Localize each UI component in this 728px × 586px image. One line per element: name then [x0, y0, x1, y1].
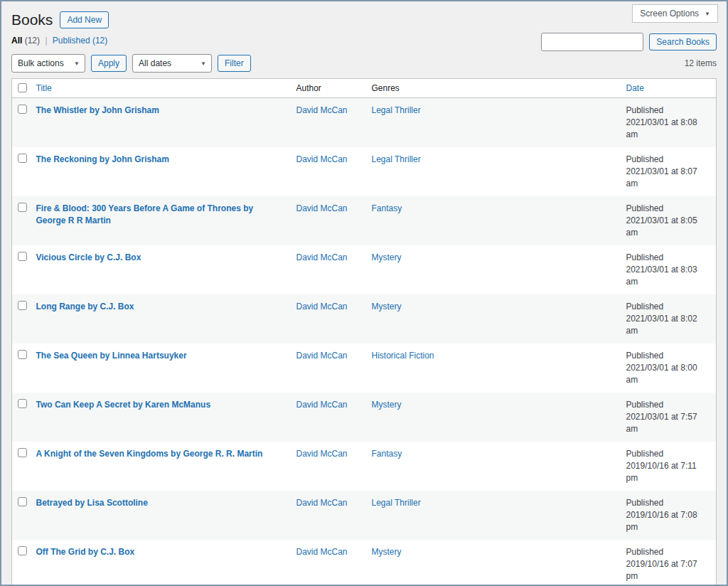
row-checkbox[interactable]	[18, 301, 27, 310]
row-author-link[interactable]: David McCan	[296, 498, 348, 508]
view-all-link[interactable]: All	[11, 36, 22, 46]
row-title-link[interactable]: Fire & Blood: 300 Years Before A Game of…	[36, 203, 254, 225]
dates-select-wrap: All dates ▼	[132, 54, 212, 73]
row-checkbox[interactable]	[18, 448, 27, 457]
row-checkbox-cell	[12, 393, 31, 442]
row-genre-link[interactable]: Legal Thriller	[372, 154, 421, 164]
bulk-actions-select-wrap: Bulk actions ▼	[11, 54, 85, 73]
author-cell: David McCan	[291, 294, 366, 343]
filter-button[interactable]: Filter	[218, 55, 251, 72]
genres-cell: Fantasy	[366, 196, 621, 245]
title-cell: Two Can Keep A Secret by Karen McManus	[31, 393, 291, 442]
row-date: 2019/10/16 at 7:11 pm	[626, 460, 711, 484]
row-genre-link[interactable]: Fantasy	[372, 203, 402, 213]
row-author-link[interactable]: David McCan	[296, 351, 348, 361]
row-status: Published	[626, 154, 711, 166]
table-row: Vicious Circle by C.J. Box David McCan M…	[12, 245, 717, 294]
add-new-button[interactable]: Add New	[60, 11, 109, 28]
apply-button[interactable]: Apply	[91, 55, 127, 72]
title-cell: Vicious Circle by C.J. Box	[31, 245, 291, 294]
row-checkbox[interactable]	[18, 546, 27, 555]
row-actions-spacer	[36, 362, 285, 374]
row-author-link[interactable]: David McCan	[296, 400, 348, 410]
row-author-link[interactable]: David McCan	[296, 547, 348, 557]
date-cell: Published 2019/10/16 at 7:11 pm	[621, 442, 717, 491]
row-checkbox[interactable]	[18, 154, 27, 163]
row-author-link[interactable]: David McCan	[296, 449, 348, 459]
title-cell: A Knight of the Seven Kingdoms by George…	[31, 442, 291, 491]
row-status: Published	[626, 301, 711, 313]
genres-cell: Mystery	[366, 294, 621, 343]
row-author-link[interactable]: David McCan	[296, 105, 348, 115]
date-cell: Published 2021/03/01 at 8:03 am	[621, 245, 717, 294]
row-genre-link[interactable]: Historical Fiction	[372, 351, 434, 361]
author-cell: David McCan	[291, 98, 366, 148]
row-status: Published	[626, 105, 711, 117]
date-cell: Published 2021/03/01 at 8:02 am	[621, 294, 717, 343]
row-title-link[interactable]: Off The Grid by C.J. Box	[36, 547, 135, 557]
table-row: Long Range by C.J. Box David McCan Myste…	[12, 294, 717, 343]
row-status: Published	[626, 399, 711, 411]
date-cell: Published 2021/03/01 at 8:07 am	[621, 147, 717, 196]
row-title-link[interactable]: The Whistler by John Grisham	[36, 105, 159, 115]
sort-title-link[interactable]: Title	[36, 83, 52, 93]
row-checkbox[interactable]	[18, 497, 27, 506]
row-date: 2019/10/16 at 7:08 pm	[626, 509, 711, 533]
search-books-button[interactable]: Search Books	[649, 33, 717, 50]
row-title-link[interactable]: The Sea Queen by Linnea Hartsuyker	[36, 351, 187, 361]
row-genre-link[interactable]: Mystery	[372, 547, 402, 557]
page-title: Books	[11, 11, 53, 28]
row-genre-link[interactable]: Mystery	[372, 400, 402, 410]
table-row: The Sea Queen by Linnea Hartsuyker David…	[12, 343, 717, 393]
row-actions-spacer	[36, 227, 285, 239]
content-wrap: Books Add New All (12) | Published (12) …	[11, 1, 717, 586]
search-input[interactable]	[541, 33, 643, 51]
row-checkbox[interactable]	[18, 350, 27, 359]
row-checkbox-cell	[12, 442, 31, 491]
row-author-link[interactable]: David McCan	[296, 252, 348, 262]
row-actions-spacer	[36, 509, 285, 521]
title-cell: The Whistler by John Grisham	[31, 98, 291, 148]
author-cell: David McCan	[291, 343, 366, 393]
row-actions-spacer	[36, 460, 285, 472]
row-title-link[interactable]: Two Can Keep A Secret by Karen McManus	[36, 400, 211, 410]
view-published-link[interactable]: Published (12)	[53, 36, 107, 46]
row-author-link[interactable]: David McCan	[296, 154, 348, 164]
row-checkbox[interactable]	[18, 399, 27, 408]
row-checkbox-cell	[12, 98, 31, 148]
table-body: The Whistler by John Grisham David McCan…	[12, 98, 717, 586]
author-cell: David McCan	[291, 393, 366, 442]
row-author-link[interactable]: David McCan	[296, 203, 348, 213]
row-actions-spacer	[36, 166, 285, 178]
genres-cell: Fantasy	[366, 442, 621, 491]
bulk-actions-select[interactable]: Bulk actions	[11, 54, 85, 73]
row-genre-link[interactable]: Legal Thriller	[372, 105, 421, 115]
row-author-link[interactable]: David McCan	[296, 302, 348, 311]
row-genre-link[interactable]: Mystery	[372, 252, 402, 262]
row-genre-link[interactable]: Fantasy	[372, 449, 402, 459]
author-cell: David McCan	[291, 540, 366, 586]
author-cell: David McCan	[291, 491, 366, 540]
row-title-link[interactable]: Betrayed by Lisa Scottoline	[36, 498, 148, 508]
row-genre-link[interactable]: Mystery	[372, 302, 402, 311]
row-genre-link[interactable]: Legal Thriller	[372, 498, 421, 508]
row-title-link[interactable]: A Knight of the Seven Kingdoms by George…	[36, 449, 263, 459]
row-actions-spacer	[36, 117, 285, 129]
row-checkbox[interactable]	[18, 252, 27, 261]
row-status: Published	[626, 497, 711, 509]
dates-select[interactable]: All dates	[132, 54, 212, 73]
table-head: Title Author Genres Date	[12, 79, 717, 98]
sort-date-link[interactable]: Date	[626, 83, 644, 93]
row-title-link[interactable]: Vicious Circle by C.J. Box	[36, 252, 141, 262]
row-checkbox-cell	[12, 245, 31, 294]
row-date: 2021/03/01 at 8:08 am	[626, 117, 711, 141]
select-all-checkbox[interactable]	[18, 83, 27, 92]
row-title-link[interactable]: The Reckoning by John Grisham	[36, 154, 169, 164]
heading-row: Books Add New	[11, 11, 717, 28]
genres-cell: Legal Thriller	[366, 98, 621, 148]
title-cell: The Reckoning by John Grisham	[31, 147, 291, 196]
row-title-link[interactable]: Long Range by C.J. Box	[36, 302, 134, 311]
books-table: Title Author Genres Date The Whistler by…	[11, 78, 717, 586]
row-checkbox[interactable]	[18, 203, 27, 212]
row-checkbox[interactable]	[18, 105, 27, 114]
